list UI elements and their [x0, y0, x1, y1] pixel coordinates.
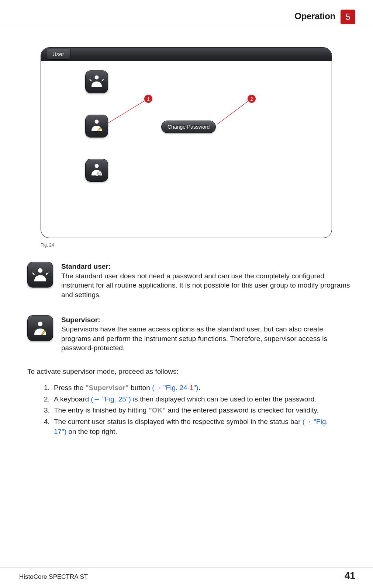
callout-lines: [41, 61, 332, 238]
supervisor-button[interactable]: [85, 115, 108, 138]
panel-tab-user[interactable]: User: [46, 49, 70, 60]
figure-caption: Fig. 24: [41, 243, 332, 248]
section-title: Operation: [294, 10, 335, 21]
svg-point-7: [38, 321, 43, 326]
step-4: The current user status is displayed wit…: [52, 417, 341, 436]
step-1: Press the "Supervisor" button (→ "Fig. 2…: [52, 383, 341, 393]
svg-line-0: [107, 100, 146, 123]
step1-after: .: [198, 384, 200, 392]
page-number: 41: [345, 570, 355, 581]
svg-line-1: [217, 100, 250, 124]
supervisor-label-ref: "Supervisor": [86, 384, 129, 392]
supervisor-icon: [89, 117, 105, 135]
step-2: A keyboard (→ "Fig. 25") is then display…: [52, 394, 341, 404]
step3-after: and the entered password is checked for …: [166, 406, 319, 414]
service-user-icon: [89, 161, 105, 179]
role-block-supervisor: Supervisor: Supervisors have the same ac…: [27, 315, 355, 353]
callout-badge-2: 2: [248, 95, 256, 103]
header-rule: [0, 26, 373, 26]
ok-label-ref: "OK": [149, 406, 166, 414]
step4-after: on the top right.: [66, 428, 117, 435]
callout-badge-1: 1: [144, 95, 152, 103]
step4-pre: The current user status is displayed wit…: [54, 418, 303, 425]
svg-point-3: [95, 120, 99, 124]
standard-user-icon: [89, 73, 105, 91]
fig24-link[interactable]: (→ "Fig. 24-1"): [152, 384, 198, 392]
step1-pre: Press the: [54, 384, 86, 392]
standard-user-button[interactable]: [85, 70, 108, 93]
user-panel: User: [41, 47, 332, 238]
chapter-number-badge: 5: [341, 10, 355, 24]
step-3: The entry is finished by hitting "OK" an…: [52, 406, 341, 415]
panel-header: User: [41, 48, 332, 61]
supervisor-title: Supervisor:: [61, 316, 100, 324]
supervisor-icon-large: [27, 315, 53, 341]
standard-user-title: Standard user:: [61, 262, 111, 270]
footer-rule: [0, 567, 373, 567]
step2-pre: A keyboard: [54, 395, 91, 403]
standard-user-body: The standard user does not need a passwo…: [61, 272, 350, 299]
step3-pre: The entry is finished by hitting: [54, 406, 149, 414]
svg-point-5: [95, 164, 99, 168]
change-password-button[interactable]: Change Password: [161, 121, 216, 133]
instructions-list: Press the "Supervisor" button (→ "Fig. 2…: [52, 383, 355, 436]
role-block-standard: Standard user: The standard user does no…: [27, 262, 355, 300]
product-name: HistoCore SPECTRA ST: [19, 573, 88, 581]
svg-point-2: [95, 76, 99, 80]
standard-user-icon-large: [27, 262, 53, 288]
svg-point-6: [38, 268, 43, 273]
step2-after: is then displayed which can be used to e…: [131, 395, 317, 403]
step1-mid: button: [129, 384, 152, 392]
supervisor-body: Supervisors have the same access options…: [61, 325, 327, 352]
service-user-button[interactable]: [85, 159, 108, 182]
fig25-link[interactable]: (→ "Fig. 25"): [91, 395, 131, 403]
instructions-heading: To activate supervisor mode, proceed as …: [27, 368, 355, 376]
